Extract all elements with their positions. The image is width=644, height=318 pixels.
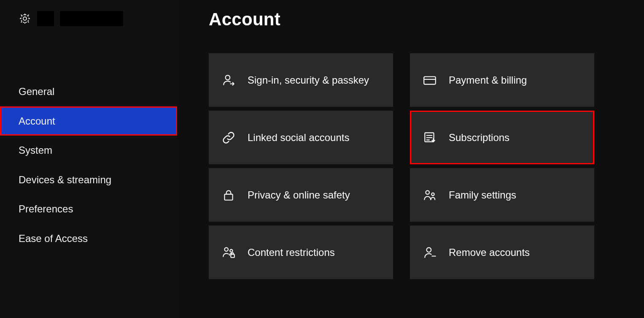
sidebar-item-preferences[interactable]: Preferences [0, 194, 177, 224]
person-arrow-icon [221, 73, 236, 87]
redacted-username [60, 11, 123, 26]
tile-subscriptions[interactable]: Subscriptions [410, 111, 594, 164]
sidebar-item-devices-streaming[interactable]: Devices & streaming [0, 165, 177, 195]
tile-privacy-online-safety[interactable]: Privacy & online safety [209, 168, 393, 222]
person-remove-icon [423, 245, 437, 260]
tile-label: Payment & billing [449, 74, 527, 87]
sidebar-item-general[interactable]: General [0, 77, 177, 106]
svg-rect-8 [224, 194, 232, 200]
svg-point-12 [230, 249, 232, 252]
svg-point-11 [224, 247, 228, 251]
tile-remove-accounts[interactable]: Remove accounts [410, 226, 594, 279]
svg-point-1 [226, 75, 230, 80]
svg-point-9 [426, 190, 429, 194]
tile-label: Remove accounts [449, 246, 530, 259]
settings-sidebar: General Account System Devices & streami… [0, 0, 177, 318]
tile-signin-security-passkey[interactable]: Sign-in, security & passkey [209, 53, 393, 107]
svg-point-10 [431, 193, 434, 195]
account-tile-grid: Sign-in, security & passkey Payment & bi… [209, 53, 627, 279]
tile-label: Subscriptions [449, 131, 509, 144]
svg-rect-13 [231, 254, 234, 257]
main-content: Account Sign-in, security & passkey [177, 0, 644, 318]
tile-payment-billing[interactable]: Payment & billing [410, 53, 594, 107]
tile-label: Family settings [449, 189, 516, 201]
tile-label: Privacy & online safety [248, 189, 350, 201]
person-lock-icon [221, 245, 236, 260]
svg-rect-2 [424, 76, 436, 84]
link-icon [221, 130, 236, 145]
tile-label: Sign-in, security & passkey [248, 74, 369, 87]
sidebar-item-account[interactable]: Account [0, 106, 177, 136]
tile-content-restrictions[interactable]: Content restrictions [209, 226, 393, 279]
sidebar-item-ease-of-access[interactable]: Ease of Access [0, 224, 177, 253]
gear-icon [19, 12, 31, 25]
tile-label: Content restrictions [248, 246, 335, 259]
sidebar-header [0, 8, 177, 30]
credit-card-icon [423, 73, 437, 87]
tile-linked-social-accounts[interactable]: Linked social accounts [209, 111, 393, 164]
subscription-icon [423, 130, 437, 145]
family-icon [423, 188, 437, 202]
svg-point-14 [427, 247, 431, 252]
tile-label: Linked social accounts [248, 131, 349, 144]
page-title: Account [209, 9, 627, 30]
sidebar-nav: General Account System Devices & streami… [0, 77, 177, 253]
tile-family-settings[interactable]: Family settings [410, 168, 594, 222]
svg-point-0 [23, 17, 27, 20]
app-root: General Account System Devices & streami… [0, 0, 644, 318]
redacted-avatar [37, 11, 54, 26]
sidebar-item-system[interactable]: System [0, 136, 177, 165]
lock-icon [221, 188, 236, 202]
